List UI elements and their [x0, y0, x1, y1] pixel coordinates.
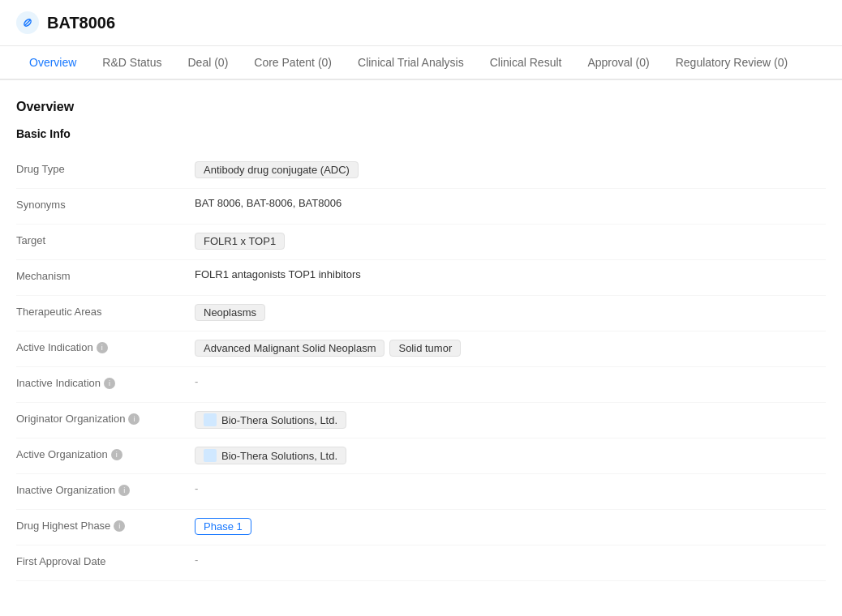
active-indication-value: Advanced Malignant Solid Neoplasm Solid … [195, 340, 826, 357]
org-logo-icon [204, 413, 217, 426]
mechanism-label: Mechanism [16, 268, 195, 282]
inactive-org-row: Inactive Organization i - [16, 474, 826, 510]
inactive-indication-label: Inactive Indication i [16, 375, 195, 389]
originator-org-tag: Bio-Thera Solutions, Ltd. [195, 411, 346, 429]
basic-info-title: Basic Info [16, 127, 826, 140]
main-content: Overview Basic Info Drug Type Antibody d… [0, 80, 842, 601]
tab-deal[interactable]: Deal (0) [175, 46, 242, 80]
org-logo-icon-2 [204, 449, 217, 462]
active-indication-tag-1: Advanced Malignant Solid Neoplasm [195, 340, 384, 357]
active-org-tag: Bio-Thera Solutions, Ltd. [195, 447, 346, 464]
active-org-row: Active Organization i Bio-Thera Solution… [16, 438, 826, 474]
inactive-indication-row: Inactive Indication i - [16, 367, 826, 403]
drug-type-row: Drug Type Antibody drug conjugate (ADC) [16, 153, 826, 189]
inactive-org-label: Inactive Organization i [16, 482, 195, 496]
page-header: BAT8006 [0, 0, 842, 46]
inactive-org-info-icon[interactable]: i [118, 485, 130, 496]
therapeutic-areas-label: Therapeutic Areas [16, 304, 195, 318]
tab-approval[interactable]: Approval (0) [574, 46, 662, 80]
phase-tag: Phase 1 [195, 518, 251, 535]
tab-regulatory-review[interactable]: Regulatory Review (0) [663, 46, 801, 80]
originator-org-info-icon[interactable]: i [128, 413, 140, 425]
mechanism-row: Mechanism FOLR1 antagonists TOP1 inhibit… [16, 260, 826, 296]
synonyms-label: Synonyms [16, 197, 195, 211]
inactive-indication-info-icon[interactable]: i [104, 378, 115, 389]
active-org-info-icon[interactable]: i [111, 449, 122, 460]
therapeutic-areas-tag: Neoplasms [195, 304, 265, 321]
mechanism-value: FOLR1 antagonists TOP1 inhibitors [195, 268, 826, 280]
drug-highest-phase-info-icon[interactable]: i [114, 520, 125, 532]
originator-org-label: Originator Organization i [16, 411, 195, 425]
drug-type-tag: Antibody drug conjugate (ADC) [195, 161, 359, 178]
inactive-org-value: - [195, 482, 826, 494]
drug-type-label: Drug Type [16, 161, 195, 175]
originator-org-value: Bio-Thera Solutions, Ltd. [195, 411, 826, 429]
active-org-value: Bio-Thera Solutions, Ltd. [195, 447, 826, 464]
therapeutic-areas-value: Neoplasms [195, 304, 826, 321]
synonyms-row: Synonyms BAT 8006, BAT-8006, BAT8006 [16, 189, 826, 225]
drug-icon [16, 11, 39, 34]
first-approval-date-row: First Approval Date - [16, 545, 826, 581]
tab-rd-status[interactable]: R&D Status [89, 46, 174, 80]
active-indication-tag-2: Solid tumor [389, 340, 461, 357]
active-indication-label: Active Indication i [16, 340, 195, 353]
first-approval-date-label: First Approval Date [16, 554, 195, 567]
drug-highest-phase-row: Drug Highest Phase i Phase 1 [16, 510, 826, 545]
target-value: FOLR1 x TOP1 [195, 233, 826, 250]
section-title: Overview [16, 100, 826, 114]
tab-clinical-trial[interactable]: Clinical Trial Analysis [345, 46, 477, 80]
first-approval-date-value: - [195, 554, 826, 566]
active-indication-row: Active Indication i Advanced Malignant S… [16, 332, 826, 367]
target-label: Target [16, 233, 195, 246]
synonyms-value: BAT 8006, BAT-8006, BAT8006 [195, 197, 826, 209]
drug-highest-phase-value: Phase 1 [195, 518, 826, 535]
page-title: BAT8006 [47, 14, 115, 32]
active-org-label: Active Organization i [16, 447, 195, 460]
drug-type-value: Antibody drug conjugate (ADC) [195, 161, 826, 178]
drug-highest-phase-label: Drug Highest Phase i [16, 518, 195, 532]
active-indication-info-icon[interactable]: i [97, 342, 108, 353]
inactive-indication-value: - [195, 375, 826, 387]
tab-clinical-result[interactable]: Clinical Result [477, 46, 575, 80]
target-tag: FOLR1 x TOP1 [195, 233, 285, 250]
target-row: Target FOLR1 x TOP1 [16, 225, 826, 260]
tab-nav: Overview R&D Status Deal (0) Core Patent… [0, 46, 842, 80]
tab-core-patent[interactable]: Core Patent (0) [241, 46, 345, 80]
originator-org-row: Originator Organization i Bio-Thera Solu… [16, 403, 826, 438]
therapeutic-areas-row: Therapeutic Areas Neoplasms [16, 296, 826, 332]
tab-overview[interactable]: Overview [16, 46, 89, 80]
